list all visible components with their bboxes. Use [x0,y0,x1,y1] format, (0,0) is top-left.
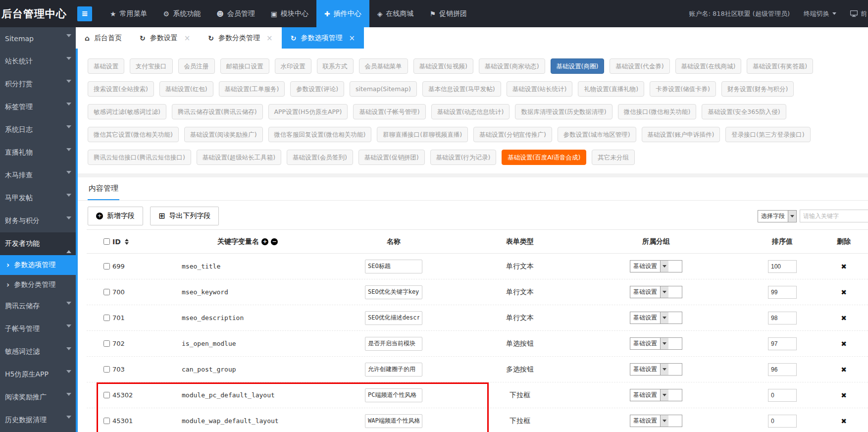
close-icon[interactable]: × [349,34,355,43]
row-group-select[interactable]: 基础设置 [630,286,682,298]
category-tag[interactable]: 腾讯云短信接口(腾讯云短信接口) [88,150,191,165]
sidebar-item[interactable]: 积分打赏 [0,73,76,96]
sidebar-item[interactable]: 木马排查 [0,164,76,187]
tab[interactable]: ⌂后台首页 [76,27,131,49]
category-tag[interactable]: 微信接口(微信相关功能) [618,104,697,119]
row-sort-input[interactable] [768,337,797,350]
category-tag[interactable]: 基础设置(代金券) [610,58,669,74]
delete-icon[interactable]: ✖ [841,417,847,425]
row-name-input[interactable] [365,363,422,377]
category-tag[interactable]: APP设置(H5仿原生APP) [268,104,348,119]
row-name-input[interactable] [365,388,422,402]
category-tag[interactable]: 基础设置(商圈) [551,58,605,74]
row-checkbox[interactable] [103,418,110,424]
frontend-link[interactable]: 前 [850,9,867,18]
category-tag[interactable]: 基础设置(子帐号管理) [353,104,425,119]
category-tag[interactable]: 基础设置(工单服务) [219,81,285,97]
sidebar-item[interactable]: 敏感词过滤 [0,340,76,363]
row-group-select[interactable]: 基础设置 [630,363,682,376]
category-tag[interactable]: 基本信息设置(马甲发帖) [422,81,501,97]
export-fields-button[interactable]: ⊞ 导出下列字段 [150,207,219,225]
category-tag[interactable]: 基础设置(动态信息统计) [431,104,510,119]
row-name-input[interactable] [365,414,422,428]
category-tag[interactable]: 其它未分组 [592,150,635,165]
row-sort-input[interactable] [768,389,797,402]
row-group-select[interactable]: 基础设置 [630,389,682,401]
sidebar-item[interactable]: 阅读奖励推广 [0,386,76,409]
category-tag[interactable]: 会员基础菜单 [359,58,408,74]
row-checkbox[interactable] [103,263,110,270]
row-sort-input[interactable] [768,363,797,376]
sidebar-item[interactable]: 子帐号管理 [0,318,76,340]
sidebar-item[interactable]: 历史数据清理 [0,409,76,432]
category-tag[interactable]: 微信其它设置(微信相关功能) [88,127,179,142]
sidebar-item[interactable]: 站长统计 [0,50,76,73]
category-tag[interactable]: 基础设置(在线商城) [675,58,742,74]
category-tag[interactable]: 水印设置 [275,58,311,74]
row-group-select[interactable]: 基础设置 [630,337,682,350]
sidebar-item[interactable]: 腾讯云储存 [0,295,76,318]
category-tag[interactable]: sitemap(Sitemap) [350,81,417,97]
row-checkbox[interactable] [103,366,110,373]
row-name-input[interactable] [365,311,422,325]
category-tag[interactable]: 搜索设置(全站搜索) [88,81,154,97]
terminal-switch-button[interactable]: 终端切换 [804,9,836,18]
close-icon[interactable]: × [266,34,273,43]
category-tag[interactable]: 基础设置(百度AI语音合成) [502,150,586,165]
delete-icon[interactable]: ✖ [841,314,847,322]
row-name-input[interactable] [365,260,422,273]
row-sort-input[interactable] [768,260,797,273]
category-tag[interactable]: 邮箱接口设置 [220,58,269,74]
row-sort-input[interactable] [768,312,797,324]
category-tag[interactable]: 基础设置(红包) [159,81,213,97]
category-tag[interactable]: 卡券设置(储值卡券) [650,81,716,97]
nav-item-gear[interactable]: ⚙系统功能 [155,0,209,27]
category-tag[interactable]: 基础设置(行为记录) [430,150,497,165]
category-tag[interactable]: 基础设置(促销拼团) [358,150,425,165]
sidebar-item[interactable]: Sitemap [0,27,76,50]
sidebar-item[interactable]: 财务与积分 [0,210,76,232]
row-group-select[interactable]: 基础设置 [630,415,682,427]
row-sort-input[interactable] [768,286,797,299]
nav-item-lock[interactable]: ◈在线商城 [369,0,422,27]
category-tag[interactable]: 敏感词过滤(敏感词过滤) [88,104,166,119]
category-tag[interactable]: 支付宝接口 [130,58,173,74]
category-tag[interactable]: 联系方式 [317,58,354,74]
category-tag[interactable]: 基础设置(有奖答题) [747,58,813,74]
nav-item-group[interactable]: ⚑促销拼团 [421,0,475,27]
category-tag[interactable]: 基础设置(商家动态) [479,58,545,74]
row-checkbox[interactable] [103,340,110,347]
row-group-select[interactable]: 基础设置 [630,312,682,324]
delete-icon[interactable]: ✖ [841,288,847,296]
sidebar-item[interactable]: 马甲发帖 [0,187,76,210]
sidebar-item[interactable]: 开发者功能 [0,232,76,255]
category-tag[interactable]: 登录接口(第三方登录接口) [725,127,810,142]
row-checkbox[interactable] [103,289,110,295]
sidebar-item[interactable]: 系统日志 [0,118,76,141]
tab[interactable]: ↻参数分类管理× [199,27,281,49]
category-tag[interactable]: 基础设置(阅读奖励推广) [184,127,263,142]
category-tag[interactable]: 礼物设置(直播礼物) [578,81,644,97]
category-tag[interactable]: 群聊直播接口(群聊视频直播) [377,127,468,142]
tab-content-management[interactable]: 内容管理 [88,184,119,200]
category-tag[interactable]: 数据库清理设置(历史数据清理) [515,104,612,119]
category-tag[interactable]: 参数设置(城市地区管理) [558,127,636,142]
sidebar-subitem[interactable]: ›参数分类管理 [0,275,76,295]
nav-item-plugin[interactable]: ✚插件中心 [316,0,369,27]
category-tag[interactable]: 会员注册 [178,58,215,74]
delete-icon[interactable]: ✖ [841,391,847,399]
nav-item-user[interactable]: ☻会员管理 [208,0,263,27]
sort-icon[interactable] [125,239,129,245]
category-tag[interactable]: 基础设置(分销宣传推广) [473,127,552,142]
row-name-input[interactable] [365,337,422,351]
category-tag[interactable]: 基础设置(短视频) [413,58,473,74]
sidebar-item[interactable]: 标签管理 [0,96,76,118]
category-tag[interactable]: 参数设置(评论) [290,81,344,97]
tab[interactable]: ↻参数设置× [131,27,199,49]
category-tag[interactable]: 基础设置(站长统计) [507,81,573,97]
category-tag[interactable]: 财务设置(财务与积分) [721,81,794,97]
row-checkbox[interactable] [103,392,110,398]
hamburger-button[interactable]: ≡ [77,6,92,21]
tab[interactable]: ↻参数选项管理× [282,27,364,49]
category-tag[interactable]: 基础设置(安全365防入侵) [702,104,786,119]
